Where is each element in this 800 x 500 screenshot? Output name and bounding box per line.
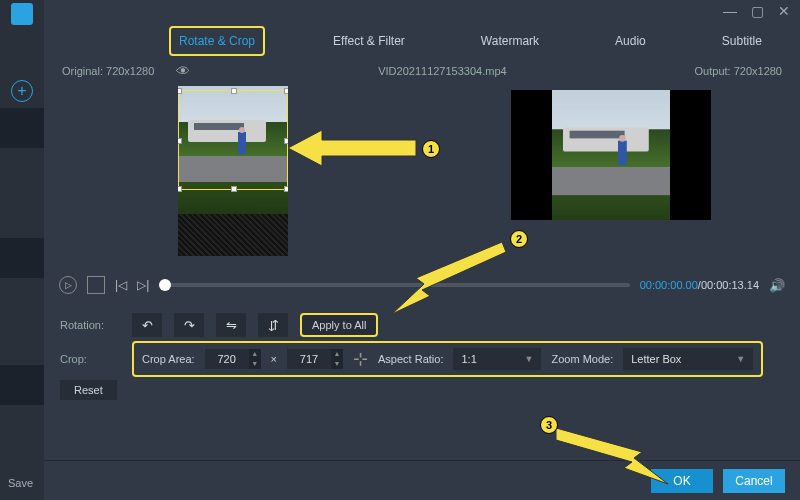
- tab-subtitle[interactable]: Subtitle: [714, 28, 770, 54]
- info-row: Original: 720x1280 👁 VID20211127153304.m…: [44, 60, 800, 82]
- zoom-mode-label: Zoom Mode:: [551, 353, 613, 365]
- tab-watermark[interactable]: Watermark: [473, 28, 547, 54]
- sidebar-thumbnail[interactable]: [0, 238, 44, 278]
- next-frame-button[interactable]: ▷|: [137, 278, 149, 292]
- tab-rotate-crop[interactable]: Rotate & Crop: [169, 26, 265, 56]
- minimize-icon[interactable]: —: [723, 4, 737, 18]
- playback-controls: ▷ |◁ ▷| 00:00:00.00/00:00:13.14 🔊: [44, 272, 800, 298]
- crop-handle[interactable]: [284, 186, 288, 192]
- stop-button[interactable]: [87, 276, 105, 294]
- sidebar-thumbnail[interactable]: [0, 365, 44, 405]
- filename-label: VID20211127153304.mp4: [190, 65, 694, 77]
- output-dimensions: Output: 720x1280: [695, 65, 782, 77]
- tab-bar: Rotate & Crop Effect & Filter Watermark …: [44, 22, 800, 60]
- crop-handle[interactable]: [231, 186, 237, 192]
- rotate-left-button[interactable]: ↶: [132, 313, 162, 337]
- crop-label: Crop:: [60, 353, 120, 365]
- preview-toggle-icon[interactable]: 👁: [176, 63, 190, 79]
- crop-area-label: Crop Area:: [142, 353, 195, 365]
- crop-width-input[interactable]: [205, 349, 249, 369]
- reset-button[interactable]: Reset: [60, 380, 117, 400]
- original-dimensions: Original: 720x1280: [62, 65, 154, 77]
- chevron-down-icon: ▼: [736, 354, 745, 364]
- prev-frame-button[interactable]: |◁: [115, 278, 127, 292]
- app-sidebar: + Save: [0, 0, 44, 500]
- spinner-arrows-icon[interactable]: ▲▼: [331, 349, 343, 369]
- annotation-marker: 1: [422, 140, 440, 158]
- original-canvas[interactable]: [178, 86, 288, 256]
- crop-handle[interactable]: [284, 88, 288, 94]
- center-crop-icon[interactable]: ⊹: [353, 348, 368, 370]
- crop-height-input[interactable]: [287, 349, 331, 369]
- crop-handle[interactable]: [178, 186, 182, 192]
- apply-to-all-button[interactable]: Apply to All: [300, 313, 378, 337]
- settings-panel: Rotation: ↶ ↷ ⇋ ⇵ Apply to All Crop: Cro…: [44, 298, 800, 410]
- flip-vertical-button[interactable]: ⇵: [258, 313, 288, 337]
- annotation-marker: 3: [540, 416, 558, 434]
- rotation-label: Rotation:: [60, 319, 120, 331]
- volume-icon[interactable]: 🔊: [769, 278, 785, 293]
- crop-handle[interactable]: [231, 88, 237, 94]
- app-logo-icon: [11, 3, 33, 25]
- seek-knob[interactable]: [159, 279, 171, 291]
- crop-sep: ×: [271, 353, 277, 365]
- dialog-footer: OK Cancel: [44, 460, 800, 500]
- sidebar-thumbnail[interactable]: [0, 108, 44, 148]
- tab-audio[interactable]: Audio: [607, 28, 654, 54]
- aspect-ratio-select[interactable]: 1:1▼: [453, 348, 541, 370]
- aspect-ratio-label: Aspect Ratio:: [378, 353, 443, 365]
- play-button[interactable]: ▷: [59, 276, 77, 294]
- save-label: Save: [8, 477, 33, 489]
- output-preview: [422, 82, 800, 272]
- titlebar: — ▢ ✕: [44, 0, 800, 22]
- crop-handle[interactable]: [178, 138, 182, 144]
- time-display: 00:00:00.00/00:00:13.14: [640, 279, 759, 291]
- crop-handle[interactable]: [178, 88, 182, 94]
- maximize-icon[interactable]: ▢: [751, 4, 764, 18]
- original-preview: [44, 82, 422, 272]
- editor-panel: — ▢ ✕ Rotate & Crop Effect & Filter Wate…: [44, 0, 800, 460]
- add-button[interactable]: +: [11, 80, 33, 102]
- seek-bar[interactable]: [159, 283, 629, 287]
- flip-horizontal-button[interactable]: ⇋: [216, 313, 246, 337]
- annotation-marker: 2: [510, 230, 528, 248]
- spinner-arrows-icon[interactable]: ▲▼: [249, 349, 261, 369]
- crop-frame[interactable]: [178, 90, 288, 190]
- crop-handle[interactable]: [284, 138, 288, 144]
- crop-settings-row: Crop Area: ▲▼ × ▲▼ ⊹ Aspect Ratio: 1:1▼ …: [132, 341, 763, 377]
- tab-effect-filter[interactable]: Effect & Filter: [325, 28, 413, 54]
- preview-area: [44, 82, 800, 272]
- ok-button[interactable]: OK: [651, 469, 713, 493]
- output-canvas: [511, 90, 711, 220]
- chevron-down-icon: ▼: [525, 354, 534, 364]
- rotate-right-button[interactable]: ↷: [174, 313, 204, 337]
- close-icon[interactable]: ✕: [778, 4, 790, 18]
- zoom-mode-select[interactable]: Letter Box▼: [623, 348, 753, 370]
- cancel-button[interactable]: Cancel: [723, 469, 785, 493]
